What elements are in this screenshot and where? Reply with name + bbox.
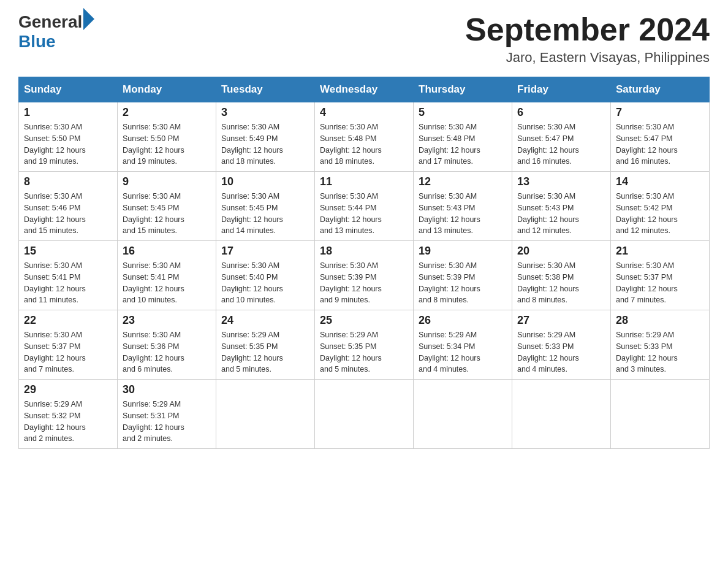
day-number: 29 — [24, 383, 112, 396]
calendar-cell — [611, 380, 710, 449]
calendar-header-row: SundayMondayTuesdayWednesdayThursdayFrid… — [19, 77, 710, 102]
column-header-thursday: Thursday — [414, 77, 512, 102]
day-number: 22 — [24, 314, 112, 327]
day-number: 14 — [616, 175, 704, 188]
calendar-title: September 2024 — [465, 12, 710, 47]
day-info: Sunrise: 5:30 AMSunset: 5:36 PMDaylight:… — [123, 329, 211, 375]
day-info: Sunrise: 5:30 AMSunset: 5:47 PMDaylight:… — [616, 121, 704, 167]
day-info: Sunrise: 5:30 AMSunset: 5:45 PMDaylight:… — [221, 191, 309, 237]
calendar-cell: 9Sunrise: 5:30 AMSunset: 5:45 PMDaylight… — [118, 172, 216, 241]
day-info: Sunrise: 5:30 AMSunset: 5:44 PMDaylight:… — [320, 191, 408, 237]
calendar-cell: 19Sunrise: 5:30 AMSunset: 5:39 PMDayligh… — [414, 241, 512, 310]
day-info: Sunrise: 5:30 AMSunset: 5:46 PMDaylight:… — [24, 191, 112, 237]
day-info: Sunrise: 5:30 AMSunset: 5:43 PMDaylight:… — [419, 191, 507, 237]
calendar-week-row: 22Sunrise: 5:30 AMSunset: 5:37 PMDayligh… — [19, 310, 710, 380]
day-info: Sunrise: 5:30 AMSunset: 5:38 PMDaylight:… — [517, 260, 605, 306]
day-number: 21 — [616, 245, 704, 258]
day-info: Sunrise: 5:30 AMSunset: 5:49 PMDaylight:… — [221, 121, 309, 167]
calendar-cell: 4Sunrise: 5:30 AMSunset: 5:48 PMDaylight… — [315, 102, 414, 172]
page-header: General Blue September 2024 Jaro, Easter… — [18, 12, 710, 66]
calendar-subtitle: Jaro, Eastern Visayas, Philippines — [465, 50, 710, 66]
day-number: 8 — [24, 175, 112, 188]
calendar-cell: 30Sunrise: 5:29 AMSunset: 5:31 PMDayligh… — [118, 380, 216, 449]
calendar-cell: 18Sunrise: 5:30 AMSunset: 5:39 PMDayligh… — [315, 241, 414, 310]
day-info: Sunrise: 5:30 AMSunset: 5:47 PMDaylight:… — [517, 121, 605, 167]
day-info: Sunrise: 5:29 AMSunset: 5:35 PMDaylight:… — [320, 329, 408, 375]
day-number: 13 — [517, 175, 605, 188]
calendar-cell: 5Sunrise: 5:30 AMSunset: 5:48 PMDaylight… — [414, 102, 512, 172]
day-info: Sunrise: 5:30 AMSunset: 5:42 PMDaylight:… — [616, 191, 704, 237]
calendar-cell: 3Sunrise: 5:30 AMSunset: 5:49 PMDaylight… — [216, 102, 315, 172]
day-number: 20 — [517, 245, 605, 258]
calendar-cell: 7Sunrise: 5:30 AMSunset: 5:47 PMDaylight… — [611, 102, 710, 172]
day-info: Sunrise: 5:30 AMSunset: 5:45 PMDaylight:… — [123, 191, 211, 237]
column-header-saturday: Saturday — [611, 77, 710, 102]
calendar-cell: 10Sunrise: 5:30 AMSunset: 5:45 PMDayligh… — [216, 172, 315, 241]
calendar-cell: 22Sunrise: 5:30 AMSunset: 5:37 PMDayligh… — [19, 310, 118, 380]
calendar-cell: 26Sunrise: 5:29 AMSunset: 5:34 PMDayligh… — [414, 310, 512, 380]
calendar-cell: 12Sunrise: 5:30 AMSunset: 5:43 PMDayligh… — [414, 172, 512, 241]
day-info: Sunrise: 5:29 AMSunset: 5:33 PMDaylight:… — [517, 329, 605, 375]
calendar-cell — [414, 380, 512, 449]
calendar-week-row: 1Sunrise: 5:30 AMSunset: 5:50 PMDaylight… — [19, 102, 710, 172]
day-number: 16 — [123, 245, 211, 258]
calendar-cell: 17Sunrise: 5:30 AMSunset: 5:40 PMDayligh… — [216, 241, 315, 310]
logo-general-text: General — [18, 12, 82, 32]
column-header-monday: Monday — [118, 77, 216, 102]
calendar-cell: 13Sunrise: 5:30 AMSunset: 5:43 PMDayligh… — [512, 172, 611, 241]
logo-triangle-icon — [83, 8, 94, 30]
title-block: September 2024 Jaro, Eastern Visayas, Ph… — [465, 12, 710, 66]
calendar-cell: 16Sunrise: 5:30 AMSunset: 5:41 PMDayligh… — [118, 241, 216, 310]
day-number: 3 — [221, 106, 309, 119]
day-info: Sunrise: 5:30 AMSunset: 5:50 PMDaylight:… — [24, 121, 112, 167]
day-info: Sunrise: 5:30 AMSunset: 5:48 PMDaylight:… — [419, 121, 507, 167]
day-number: 18 — [320, 245, 408, 258]
day-info: Sunrise: 5:30 AMSunset: 5:39 PMDaylight:… — [419, 260, 507, 306]
calendar-cell: 14Sunrise: 5:30 AMSunset: 5:42 PMDayligh… — [611, 172, 710, 241]
calendar-cell: 28Sunrise: 5:29 AMSunset: 5:33 PMDayligh… — [611, 310, 710, 380]
day-number: 24 — [221, 314, 309, 327]
calendar-cell: 21Sunrise: 5:30 AMSunset: 5:37 PMDayligh… — [611, 241, 710, 310]
column-header-tuesday: Tuesday — [216, 77, 315, 102]
day-info: Sunrise: 5:30 AMSunset: 5:37 PMDaylight:… — [616, 260, 704, 306]
calendar-cell: 15Sunrise: 5:30 AMSunset: 5:41 PMDayligh… — [19, 241, 118, 310]
calendar-cell: 1Sunrise: 5:30 AMSunset: 5:50 PMDaylight… — [19, 102, 118, 172]
calendar-cell: 25Sunrise: 5:29 AMSunset: 5:35 PMDayligh… — [315, 310, 414, 380]
calendar-week-row: 8Sunrise: 5:30 AMSunset: 5:46 PMDaylight… — [19, 172, 710, 241]
day-number: 17 — [221, 245, 309, 258]
calendar-cell: 23Sunrise: 5:30 AMSunset: 5:36 PMDayligh… — [118, 310, 216, 380]
day-number: 11 — [320, 175, 408, 188]
day-info: Sunrise: 5:30 AMSunset: 5:50 PMDaylight:… — [123, 121, 211, 167]
day-number: 4 — [320, 106, 408, 119]
calendar-cell: 29Sunrise: 5:29 AMSunset: 5:32 PMDayligh… — [19, 380, 118, 449]
day-number: 23 — [123, 314, 211, 327]
calendar-cell: 11Sunrise: 5:30 AMSunset: 5:44 PMDayligh… — [315, 172, 414, 241]
calendar-cell — [315, 380, 414, 449]
day-number: 19 — [419, 245, 507, 258]
day-number: 30 — [123, 383, 211, 396]
day-number: 27 — [517, 314, 605, 327]
day-number: 6 — [517, 106, 605, 119]
day-number: 25 — [320, 314, 408, 327]
calendar-table: SundayMondayTuesdayWednesdayThursdayFrid… — [18, 77, 710, 449]
calendar-week-row: 15Sunrise: 5:30 AMSunset: 5:41 PMDayligh… — [19, 241, 710, 310]
day-info: Sunrise: 5:30 AMSunset: 5:40 PMDaylight:… — [221, 260, 309, 306]
day-number: 28 — [616, 314, 704, 327]
day-number: 10 — [221, 175, 309, 188]
day-info: Sunrise: 5:30 AMSunset: 5:48 PMDaylight:… — [320, 121, 408, 167]
day-number: 7 — [616, 106, 704, 119]
day-number: 5 — [419, 106, 507, 119]
day-info: Sunrise: 5:30 AMSunset: 5:37 PMDaylight:… — [24, 329, 112, 375]
day-number: 15 — [24, 245, 112, 258]
day-info: Sunrise: 5:29 AMSunset: 5:33 PMDaylight:… — [616, 329, 704, 375]
day-info: Sunrise: 5:30 AMSunset: 5:41 PMDaylight:… — [24, 260, 112, 306]
calendar-cell: 8Sunrise: 5:30 AMSunset: 5:46 PMDaylight… — [19, 172, 118, 241]
day-number: 1 — [24, 106, 112, 119]
column-header-friday: Friday — [512, 77, 611, 102]
calendar-cell: 2Sunrise: 5:30 AMSunset: 5:50 PMDaylight… — [118, 102, 216, 172]
column-header-wednesday: Wednesday — [315, 77, 414, 102]
calendar-cell: 6Sunrise: 5:30 AMSunset: 5:47 PMDaylight… — [512, 102, 611, 172]
calendar-cell: 20Sunrise: 5:30 AMSunset: 5:38 PMDayligh… — [512, 241, 611, 310]
logo: General Blue — [18, 12, 94, 52]
day-info: Sunrise: 5:29 AMSunset: 5:31 PMDaylight:… — [123, 399, 211, 445]
